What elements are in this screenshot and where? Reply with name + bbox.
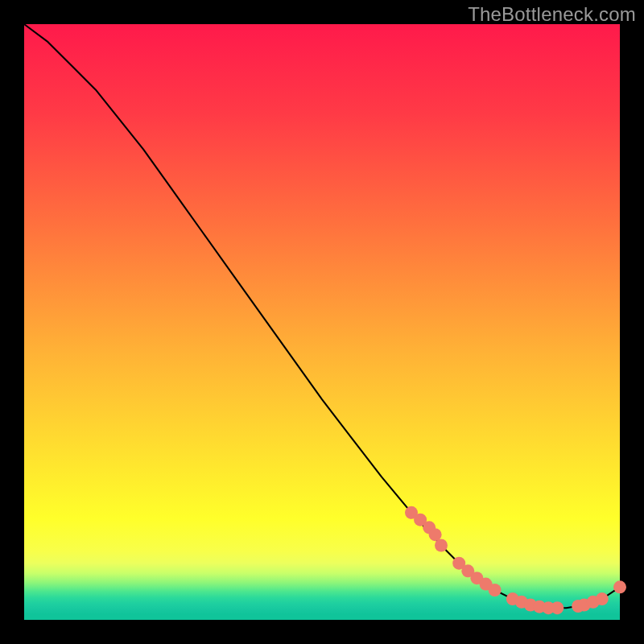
curve-marker	[551, 601, 564, 614]
marker-group	[405, 506, 626, 614]
plot-area	[24, 24, 620, 620]
curve-marker	[613, 580, 626, 593]
chart-frame: TheBottleneck.com	[0, 0, 644, 644]
curve-marker	[489, 584, 502, 597]
curve-marker	[596, 592, 609, 605]
chart-overlay	[24, 24, 620, 620]
curve-marker	[435, 539, 448, 552]
watermark-text: TheBottleneck.com	[468, 3, 636, 26]
bottleneck-curve	[24, 24, 620, 608]
